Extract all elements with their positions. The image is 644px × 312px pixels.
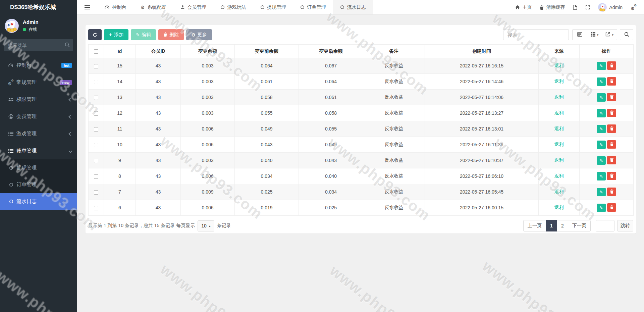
sidebar-toggle-icon[interactable] [77, 0, 97, 14]
row-checkbox-cell [89, 153, 104, 168]
edit-button[interactable]: ✎ [597, 172, 606, 180]
row-checkbox[interactable] [94, 96, 98, 100]
edit-button[interactable]: ✎ [597, 77, 606, 86]
source-link[interactable]: 返利 [554, 205, 564, 210]
table-row: 14430.0030.0610.064反水收益2022-05-27 16:14:… [89, 74, 634, 90]
page-jump-button[interactable]: 跳转 [617, 220, 633, 231]
sidebar-item-bill[interactable]: 账单管理 [0, 142, 77, 159]
table-header-row: Id会员ID变更余额变更前余额变更后余额备注创建时间来源操作 [89, 45, 634, 58]
delete-button[interactable] [607, 93, 616, 101]
next-page-button[interactable]: 下一页 [568, 220, 591, 231]
row-checkbox[interactable] [94, 80, 98, 84]
select-all-checkbox[interactable] [94, 49, 98, 54]
tab-gameplay[interactable]: 游戏玩法 [213, 0, 253, 14]
delete-button[interactable] [607, 124, 616, 133]
cell-member-id: 43 [136, 168, 181, 184]
edit-button[interactable]: ✎ [597, 109, 606, 117]
edit-button[interactable]: ✎ [597, 93, 606, 102]
delete-button[interactable] [607, 77, 616, 86]
page-size-select[interactable]: 10 ▴ [198, 220, 214, 231]
source-link[interactable]: 返利 [554, 126, 564, 131]
sidebar-item-auth[interactable]: 权限管理 [0, 91, 77, 108]
export-button[interactable]: ▾ [602, 29, 617, 40]
delete-button[interactable] [607, 203, 616, 212]
source-link[interactable]: 返利 [554, 157, 564, 163]
settings-gears-icon[interactable]: ⚙⚙ [631, 5, 637, 10]
delete-button[interactable] [607, 156, 616, 164]
edit-button[interactable]: ✎ [597, 62, 606, 70]
prev-page-button[interactable]: 上一页 [523, 220, 546, 231]
cell-actions: ✎ [580, 200, 634, 216]
tab-order[interactable]: 订单管理 [293, 0, 333, 14]
delete-toolbar-button[interactable]: 删除 [158, 29, 184, 40]
sidebar-item-member[interactable]: 会员管理 [0, 108, 77, 125]
menu-search-input[interactable] [4, 39, 73, 51]
file-icon[interactable] [573, 5, 577, 10]
add-button[interactable]: + 添加 [104, 29, 128, 40]
delete-button[interactable] [607, 188, 616, 196]
source-link[interactable]: 返利 [554, 94, 564, 100]
cell-actions: ✎ [580, 168, 634, 184]
page-button-1[interactable]: 1 [546, 220, 557, 231]
delete-button[interactable] [607, 109, 616, 117]
tab-console[interactable]: 控制台 [97, 0, 133, 14]
row-checkbox[interactable] [94, 127, 98, 132]
edit-button[interactable]: ✎ [597, 188, 606, 196]
table-row: 13430.0030.0580.061反水收益2022-05-27 16:14:… [89, 90, 634, 105]
tab-withdraw[interactable]: 提现管理 [253, 0, 293, 14]
fullscreen-icon[interactable] [585, 5, 590, 10]
user-menu[interactable]: ♥ Admin [598, 3, 623, 12]
delete-button[interactable] [607, 172, 616, 180]
cell-actions: ✎ [580, 137, 634, 153]
columns-button[interactable]: ▾ [587, 29, 602, 40]
edit-button[interactable]: ✎ [597, 125, 606, 133]
delete-button[interactable] [607, 61, 616, 70]
search-submit-button[interactable] [620, 29, 633, 40]
row-checkbox[interactable] [94, 206, 98, 210]
trash-icon [610, 126, 614, 132]
circle-icon [9, 199, 13, 204]
pencil-icon: ✎ [599, 158, 603, 163]
edit-toolbar-button[interactable]: ✎ 编辑 [131, 29, 156, 40]
delete-button[interactable] [607, 140, 616, 149]
table-search-input[interactable] [503, 29, 569, 40]
chevron-left-icon [68, 115, 72, 118]
sidebar-subitem-flow[interactable]: 流水日志 [0, 193, 77, 210]
sidebar-subitem-order[interactable]: 订单管理 [0, 176, 77, 193]
source-link[interactable]: 返利 [554, 173, 564, 178]
row-checkbox[interactable] [94, 159, 98, 163]
sidebar-item-console[interactable]: 控制台hot [0, 57, 77, 74]
source-link[interactable]: 返利 [554, 110, 564, 115]
chevron-up-icon: ▴ [209, 224, 211, 228]
row-checkbox[interactable] [94, 64, 98, 68]
cell-member-id: 43 [136, 105, 181, 121]
sidebar-subitem-withdraw[interactable]: 提现管理 [0, 159, 77, 176]
row-checkbox[interactable] [94, 143, 98, 147]
users-icon [7, 97, 14, 102]
toggle-view-button[interactable] [572, 29, 587, 40]
tab-system[interactable]: ⚙系统配置 [133, 0, 173, 14]
page-button-2[interactable]: 2 [557, 220, 568, 231]
source-link[interactable]: 返利 [554, 142, 564, 147]
sidebar-item-general[interactable]: ⚙⚙常规管理new [0, 74, 77, 91]
more-button[interactable]: ⚙ 更多 [186, 29, 212, 40]
cell-source: 返利 [539, 153, 580, 168]
tab-member[interactable]: 会员管理 [173, 0, 213, 14]
clear-cache-link[interactable]: 清除缓存 [540, 4, 565, 10]
source-link[interactable]: 返利 [554, 63, 564, 68]
edit-button[interactable]: ✎ [597, 204, 606, 212]
source-link[interactable]: 返利 [554, 189, 564, 194]
sidebar-item-game[interactable]: 游戏管理 [0, 125, 77, 142]
refresh-button[interactable] [88, 29, 102, 40]
tab-flow[interactable]: 流水日志 [333, 0, 373, 14]
column-header-5: 备注 [363, 45, 425, 58]
row-checkbox[interactable] [94, 174, 98, 179]
page-jump-input[interactable] [596, 220, 614, 231]
source-link[interactable]: 返利 [554, 79, 564, 84]
edit-button[interactable]: ✎ [597, 156, 606, 165]
home-link[interactable]: 主页 [515, 4, 532, 10]
edit-button[interactable]: ✎ [597, 141, 606, 149]
cell-id: 13 [104, 90, 136, 105]
row-checkbox[interactable] [94, 190, 98, 195]
row-checkbox[interactable] [94, 111, 98, 116]
